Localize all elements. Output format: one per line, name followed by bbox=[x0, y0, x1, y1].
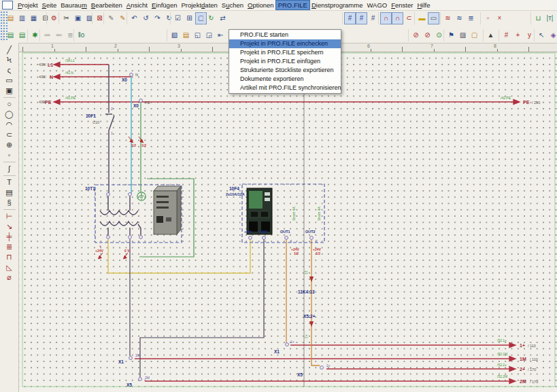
refresh-icon[interactable]: ↻ bbox=[205, 12, 217, 24]
pitch-grid-icon[interactable]: # bbox=[501, 29, 512, 41]
clip-frame-icon[interactable]: ▢ bbox=[469, 29, 480, 41]
wire-table-blue-icon[interactable]: ≋ bbox=[454, 12, 465, 24]
menuitem-projekt-in-pro-file-einchecken[interactable]: Projekt in PRO.FILE einchecken bbox=[229, 39, 341, 48]
toolbar-group: ▲ bbox=[483, 29, 496, 41]
grid-off-icon[interactable]: # bbox=[367, 12, 379, 24]
menu-ansicht[interactable]: Ansicht bbox=[124, 1, 150, 10]
ruler-tick bbox=[371, 49, 371, 52]
reference-point-icon[interactable]: ◈ bbox=[547, 29, 557, 41]
dimension-horizontal-icon[interactable]: ⊢ bbox=[3, 211, 15, 221]
toolbar-group: ∩∩⊂ bbox=[378, 12, 415, 24]
forbid-zone-icon[interactable]: ⊘ bbox=[410, 29, 422, 41]
menuitem-pro-file-starten[interactable]: PRO.FILE starten bbox=[229, 31, 341, 39]
menu-pro-file[interactable]: PRO.FILE bbox=[276, 1, 309, 10]
new-subdocument-icon[interactable]: ▤ bbox=[180, 29, 192, 41]
cross-reference-2-icon[interactable]: ≕ bbox=[53, 29, 65, 41]
hatch-fill-icon[interactable]: ▨ bbox=[457, 29, 469, 41]
format-painter-icon[interactable]: ✎ bbox=[105, 12, 117, 24]
toolbar-grip[interactable] bbox=[6, 12, 7, 41]
new-project-icon[interactable]: ▥ bbox=[16, 12, 28, 24]
flag-marker-icon[interactable]: ⚑ bbox=[445, 29, 457, 41]
measure-bars-icon[interactable]: ‖o bbox=[75, 29, 87, 41]
menu-optionen[interactable]: Optionen bbox=[246, 1, 276, 10]
draw-circle-small-icon[interactable]: ◦ bbox=[3, 150, 15, 160]
redo-icon[interactable]: ↷ bbox=[152, 12, 163, 24]
menuitem-artikel-mit-pro-file-synchronisieren[interactable]: Artikel mit PRO.FILE synchronisieren bbox=[229, 84, 341, 92]
ruler-tick bbox=[402, 47, 403, 52]
chip-yellow-icon[interactable]: ▬ bbox=[416, 12, 428, 24]
draw-circle-icon[interactable]: ○ bbox=[3, 99, 15, 109]
draw-circle-quadrants-icon[interactable]: ⊕ bbox=[3, 140, 15, 150]
wire-table-grid-icon[interactable]: ≣ bbox=[465, 12, 477, 24]
dimension-angle-icon[interactable]: ◺ bbox=[3, 262, 15, 272]
drawing-canvas[interactable] bbox=[19, 52, 557, 392]
toolbar-grip[interactable] bbox=[3, 12, 5, 41]
draw-curve-icon[interactable]: ʃ bbox=[3, 164, 15, 174]
ruler-tool-icon[interactable]: |т| bbox=[544, 12, 556, 24]
toolbar-grip[interactable] bbox=[1, 12, 2, 41]
cross-reference-icon[interactable]: ≔ bbox=[41, 29, 53, 41]
draw-arc-3point-icon[interactable]: ⊂ bbox=[3, 130, 15, 140]
move-origin-icon[interactable]: + bbox=[512, 29, 524, 41]
grid-fine-icon[interactable]: # bbox=[356, 12, 367, 24]
menu-einf-gen[interactable]: Einfügen bbox=[150, 1, 180, 10]
menu-bearbeiten[interactable]: Bearbeiten bbox=[89, 1, 124, 10]
menu-dienstprogramme[interactable]: Dienstprogramme bbox=[309, 1, 365, 10]
node-point-icon[interactable]: ▫ bbox=[482, 12, 494, 24]
menu-fenster[interactable]: Fenster bbox=[389, 1, 415, 10]
dimension-vertical-icon[interactable]: ≣ bbox=[3, 242, 15, 252]
system-menu-icon[interactable] bbox=[2, 1, 13, 10]
menuitem-projekt-in-pro-file-speichern[interactable]: Projekt in PRO.FILE speichern bbox=[229, 48, 341, 57]
parts-cart-icon[interactable]: ⊔ bbox=[533, 12, 544, 24]
chip-pressed-icon[interactable]: ▭ bbox=[428, 12, 439, 24]
menu-projekt[interactable]: Projekt bbox=[16, 1, 40, 10]
draw-ellipse-icon[interactable]: ◯ bbox=[3, 109, 15, 120]
copy-icon[interactable]: ▣ bbox=[72, 12, 84, 24]
dimension-leader-icon[interactable]: ↘ bbox=[3, 221, 15, 232]
table-view-icon[interactable]: ⊞ bbox=[184, 12, 195, 24]
dimension-diameter-icon[interactable]: ⌀ bbox=[3, 272, 15, 283]
insert-image-icon[interactable]: ▤ bbox=[3, 188, 15, 198]
draw-spline-icon[interactable]: ς bbox=[3, 65, 15, 75]
document-next-icon[interactable]: ◲ bbox=[203, 29, 215, 41]
menu-wago[interactable]: WAGO bbox=[365, 1, 389, 10]
ruler-number: 3 bbox=[178, 43, 180, 48]
ruler-tick bbox=[497, 49, 498, 52]
dimension-edge-icon[interactable]: ⊓ bbox=[3, 252, 15, 262]
sync-update-icon[interactable]: ⇄ bbox=[217, 12, 229, 24]
document-check-icon[interactable]: ☑ bbox=[172, 12, 184, 24]
forbid-zone-2-icon[interactable]: ⊘ bbox=[422, 29, 433, 41]
insert-hyperlink-icon[interactable]: § bbox=[3, 198, 15, 208]
menuitem-dokumente-exportieren[interactable]: Dokumente exportieren bbox=[229, 75, 341, 84]
menuitem-strukturierte-st-ckliste-exportieren[interactable]: Strukturierte Stückliste exportieren bbox=[229, 66, 341, 75]
menu-bauraum[interactable]: Bauraum bbox=[58, 1, 89, 10]
draw-arc-icon[interactable]: ◠ bbox=[3, 120, 15, 130]
select-arrow-icon[interactable]: ↖ bbox=[536, 29, 547, 41]
menuitem-projekt-in-pro-file-einf-gen[interactable]: Projekt in PRO.FILE einfügen bbox=[229, 57, 341, 66]
draw-rectangle-filled-icon[interactable]: ▣ bbox=[3, 86, 15, 96]
grid-icon[interactable]: # bbox=[344, 12, 356, 24]
undo-icon[interactable]: ↶ bbox=[129, 12, 140, 24]
menu-seite[interactable]: Seite bbox=[40, 1, 59, 10]
fit-view-icon[interactable]: × bbox=[494, 12, 505, 24]
paste-document-icon[interactable]: ▧ bbox=[169, 29, 180, 41]
project-preview-icon[interactable]: ▦ bbox=[28, 12, 39, 24]
page-check-in-icon[interactable]: ▤ bbox=[16, 29, 28, 41]
draw-line-icon[interactable]: ╱ bbox=[3, 45, 15, 55]
draw-polyline-icon[interactable]: Ϟ bbox=[3, 55, 15, 65]
wire-table-red-icon[interactable]: ≋ bbox=[442, 12, 454, 24]
insert-text-icon[interactable]: T bbox=[3, 177, 15, 188]
document-import-icon[interactable]: ⇤ bbox=[215, 29, 226, 41]
menu-suchen[interactable]: Suchen bbox=[220, 1, 246, 10]
snap-magnet-icon[interactable]: ∩ bbox=[380, 12, 392, 24]
snap-clamp-icon[interactable]: ⊂ bbox=[403, 12, 415, 24]
snap-magnet-strong-icon[interactable]: ∩ bbox=[392, 12, 403, 24]
dimension-chain-icon[interactable]: ╪ bbox=[3, 232, 15, 242]
menu-projektdaten[interactable]: Projektdaten bbox=[179, 1, 219, 10]
menu-hilfe[interactable]: Hilfe bbox=[415, 1, 432, 10]
draw-rectangle-icon[interactable]: ▭ bbox=[3, 75, 15, 86]
undo-all-icon[interactable]: ↺ bbox=[140, 12, 152, 24]
roof-symbol-icon[interactable]: ▲ bbox=[485, 29, 496, 41]
document-prev-icon[interactable]: ◱ bbox=[192, 29, 203, 41]
cut-icon[interactable]: ✂ bbox=[61, 12, 72, 24]
